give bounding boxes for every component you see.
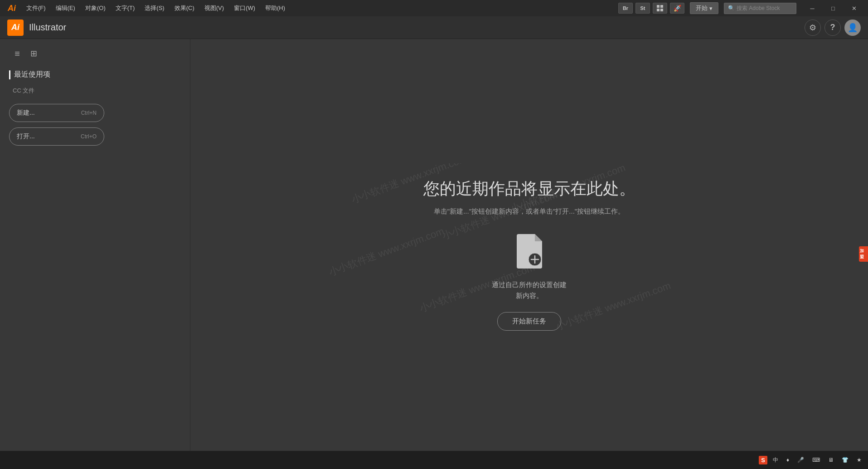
open-button[interactable]: 打开... Ctrl+O bbox=[9, 127, 104, 146]
menu-help[interactable]: 帮助(H) bbox=[261, 2, 290, 14]
bridge-icon[interactable]: Br bbox=[618, 3, 633, 14]
taskbar: S 中 ♦ 🎤 ⌨ 🖥 👕 ★ bbox=[0, 451, 868, 469]
header-icons: ⚙ ? 👤 bbox=[805, 20, 861, 36]
section-title-text: 最近使用项 bbox=[14, 70, 50, 79]
grid-view-button[interactable]: ⊞ bbox=[27, 48, 40, 59]
ai-logo-titlebar: Ai bbox=[4, 0, 20, 16]
new-button[interactable]: 新建... Ctrl+N bbox=[9, 104, 104, 122]
taskbar-mic[interactable]: 🎤 bbox=[795, 456, 807, 464]
close-button[interactable]: ✕ bbox=[844, 0, 864, 16]
right-content: 您的近期作品将显示在此处。 单击"新建..."按钮创建新内容，或者单击"打开..… bbox=[423, 178, 635, 331]
grid-icon[interactable] bbox=[653, 3, 667, 14]
left-panel: ≡ ⊞ 最近使用项 CC 文件 新建... Ctrl+N 打开... Ctrl+… bbox=[0, 39, 190, 469]
create-description: 通过自己所作的设置创建 新内容。 bbox=[492, 279, 567, 301]
settings-icon[interactable]: ⚙ bbox=[805, 20, 821, 36]
section-title: 最近使用项 bbox=[9, 70, 181, 79]
app-title: Illustrator bbox=[29, 22, 799, 33]
taskbar-item-2[interactable]: ♦ bbox=[784, 456, 792, 464]
taskbar-monitor[interactable]: 🖥 bbox=[825, 456, 836, 464]
stock-icon[interactable]: St bbox=[635, 3, 650, 14]
menu-file[interactable]: 文件(F) bbox=[22, 2, 50, 14]
svg-rect-0 bbox=[657, 5, 659, 8]
toolbar-icons: Br St 🚀 bbox=[618, 3, 684, 14]
menu-view[interactable]: 视图(V) bbox=[200, 2, 228, 14]
main-heading: 您的近期作品将显示在此处。 bbox=[423, 178, 635, 200]
edge-widget-box[interactable]: 加盟 bbox=[859, 246, 868, 262]
taskbar-star[interactable]: ★ bbox=[854, 456, 864, 464]
avatar[interactable]: 👤 bbox=[844, 20, 861, 36]
menu-select[interactable]: 选择(S) bbox=[140, 2, 169, 14]
window-controls: ─ □ ✕ bbox=[802, 0, 864, 16]
stock-search-box[interactable]: 🔍 搜索 Adobe Stock bbox=[724, 3, 796, 14]
menu-window[interactable]: 窗口(W) bbox=[229, 2, 260, 14]
view-toggle: ≡ ⊞ bbox=[9, 48, 181, 59]
svg-rect-3 bbox=[660, 9, 663, 11]
begin-button[interactable]: 开始 ▾ bbox=[690, 2, 718, 14]
new-file-icon bbox=[515, 234, 544, 269]
cc-files-label: CC 文件 bbox=[9, 87, 181, 95]
taskbar-tshirt[interactable]: 👕 bbox=[839, 456, 851, 464]
main-content: ≡ ⊞ 最近使用项 CC 文件 新建... Ctrl+N 打开... Ctrl+… bbox=[0, 39, 868, 469]
taskbar-chinese[interactable]: 中 bbox=[770, 455, 781, 465]
section-bar bbox=[9, 70, 10, 79]
rocket-icon[interactable]: 🚀 bbox=[670, 3, 684, 14]
right-edge-widget[interactable]: 加盟 bbox=[859, 246, 868, 262]
taskbar-s-item[interactable]: S bbox=[759, 456, 767, 464]
right-panel: 小小软件迷 www.xxrjm.com 小小软件迷 www.xxrjm.com … bbox=[190, 39, 868, 469]
list-view-button[interactable]: ≡ bbox=[11, 48, 24, 59]
menu-text[interactable]: 文字(T) bbox=[111, 2, 140, 14]
headerbar: Ai Illustrator ⚙ ? 👤 bbox=[0, 16, 868, 39]
menu-effect[interactable]: 效果(C) bbox=[170, 2, 199, 14]
menu-edit[interactable]: 编辑(E) bbox=[51, 2, 80, 14]
maximize-button[interactable]: □ bbox=[823, 0, 844, 16]
start-task-button[interactable]: 开始新任务 bbox=[497, 312, 561, 331]
ai-logo-header: Ai bbox=[7, 20, 24, 36]
titlebar: Ai 文件(F) 编辑(E) 对象(O) 文字(T) 选择(S) 效果(C) 视… bbox=[0, 0, 868, 16]
menu-bar: 文件(F) 编辑(E) 对象(O) 文字(T) 选择(S) 效果(C) 视图(V… bbox=[22, 2, 616, 14]
help-icon[interactable]: ? bbox=[824, 20, 841, 36]
svg-rect-1 bbox=[660, 5, 663, 8]
menu-object[interactable]: 对象(O) bbox=[81, 2, 110, 14]
svg-rect-2 bbox=[657, 9, 659, 11]
minimize-button[interactable]: ─ bbox=[802, 0, 823, 16]
taskbar-keyboard[interactable]: ⌨ bbox=[810, 456, 823, 464]
sub-heading: 单击"新建..."按钮创建新内容，或者单击"打开..."按钮继续工作。 bbox=[434, 207, 625, 216]
